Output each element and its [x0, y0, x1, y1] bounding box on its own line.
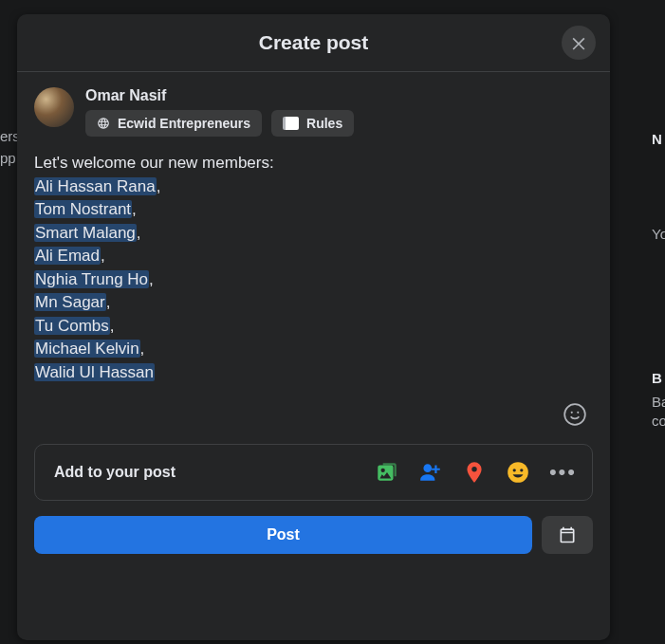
location-icon	[462, 460, 487, 485]
bg-hint-text: N	[652, 131, 662, 147]
more-icon: •••	[549, 460, 577, 484]
post-button[interactable]: Post	[34, 516, 532, 554]
tag-people-icon	[418, 460, 443, 485]
rules-chip-label: Rules	[306, 116, 342, 131]
chips-row: Ecwid Entrepreneurs Rules	[85, 110, 354, 137]
photo-icon	[375, 460, 399, 485]
create-post-dialog: Create post Omar Nasif Ecwid Entrepreneu…	[17, 14, 610, 640]
dialog-title: Create post	[259, 31, 369, 54]
check-in-button[interactable]	[462, 460, 487, 485]
feeling-icon	[506, 460, 530, 485]
mention[interactable]: Ali Emad	[34, 247, 101, 265]
bg-hint-text: Yo	[652, 226, 665, 242]
calendar-icon	[558, 525, 577, 544]
mention[interactable]: Smart Malang	[34, 224, 137, 242]
svg-point-2	[577, 412, 579, 414]
bg-hint-text: co	[652, 413, 665, 429]
photo-video-button[interactable]	[375, 460, 399, 485]
mention[interactable]: Ali Hassan Rana	[34, 177, 157, 195]
svg-point-0	[564, 404, 585, 425]
post-text-area[interactable]: Let's welcome our new members: Ali Hassa…	[34, 152, 593, 398]
mention[interactable]: Michael Kelvin	[34, 340, 140, 358]
dialog-body: Omar Nasif Ecwid Entrepreneurs Rules Let…	[17, 72, 610, 640]
mention[interactable]: Nghia Trung Ho	[34, 270, 149, 288]
schedule-button[interactable]	[542, 516, 593, 554]
svg-point-4	[512, 469, 515, 471]
avatar[interactable]	[34, 87, 74, 127]
add-to-post-bar: Add to your post •••	[34, 444, 593, 501]
mention[interactable]: Walid Ul Hassan	[34, 363, 155, 381]
dialog-header: Create post	[17, 14, 610, 72]
audience-chip-label: Ecwid Entrepreneurs	[118, 116, 250, 131]
author-row: Omar Nasif Ecwid Entrepreneurs Rules	[34, 87, 593, 137]
mention[interactable]: Mn Sagar	[34, 293, 106, 311]
rules-chip[interactable]: Rules	[271, 110, 354, 137]
bg-hint-text: Ba	[652, 394, 665, 410]
emoji-picker-button[interactable]	[563, 402, 587, 427]
author-meta: Omar Nasif Ecwid Entrepreneurs Rules	[85, 87, 354, 137]
post-intro-text: Let's welcome our new members:	[34, 154, 274, 172]
bg-hint-text: pp	[0, 150, 16, 166]
tag-people-button[interactable]	[418, 460, 443, 485]
attach-icons-row: •••	[375, 460, 577, 485]
audience-chip[interactable]: Ecwid Entrepreneurs	[85, 110, 262, 137]
more-options-button[interactable]: •••	[549, 460, 577, 485]
globe-icon	[97, 117, 110, 130]
close-button[interactable]	[562, 26, 596, 60]
dialog-footer: Post	[34, 516, 593, 554]
book-icon	[283, 117, 299, 130]
feeling-activity-button[interactable]	[506, 460, 530, 485]
author-name: Omar Nasif	[85, 87, 354, 104]
mention[interactable]: Tu Combs	[34, 317, 110, 335]
svg-point-1	[571, 412, 573, 414]
svg-point-5	[520, 469, 523, 471]
add-to-post-label: Add to your post	[54, 464, 175, 481]
bg-hint-text: B	[652, 370, 662, 386]
mention[interactable]: Tom Nostrant	[34, 200, 132, 218]
emoji-picker-icon	[563, 402, 587, 427]
svg-point-3	[508, 462, 528, 483]
close-icon	[569, 33, 588, 52]
